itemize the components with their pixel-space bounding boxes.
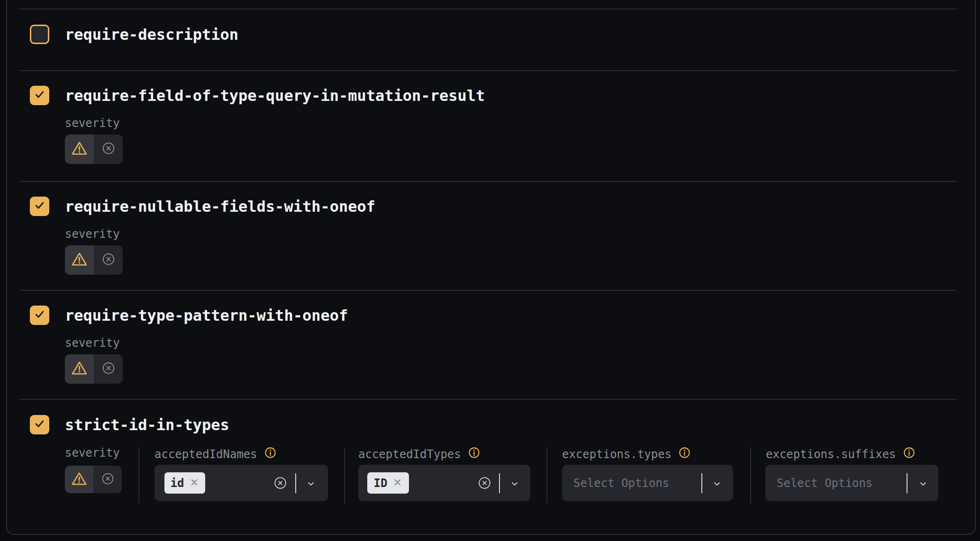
severity-warn-button[interactable] xyxy=(65,354,94,384)
select-separator xyxy=(295,473,296,493)
severity-warn-button[interactable] xyxy=(65,135,94,164)
info-icon[interactable] xyxy=(264,446,277,462)
severity-label: severity xyxy=(65,227,120,241)
select-placeholder: Select Options xyxy=(777,465,872,501)
chevron-down-icon[interactable] xyxy=(509,478,520,489)
row-divider xyxy=(20,181,957,182)
field-label-text: exceptions.types xyxy=(562,448,671,461)
severity-toggle xyxy=(65,466,122,493)
field-label-acceptedIdNames: acceptedIdNames xyxy=(154,446,277,462)
circle-x-icon xyxy=(101,361,116,377)
severity-toggle xyxy=(65,354,123,384)
rules-config-page: require-description require-field-of-typ… xyxy=(0,0,980,541)
field-label-exceptions-types: exceptions.types xyxy=(562,446,691,462)
column-divider xyxy=(344,447,345,503)
chip-id: id xyxy=(164,472,205,494)
checkbox-require-nullable-fields-with-oneof[interactable] xyxy=(30,197,49,216)
column-divider xyxy=(138,447,139,503)
checkbox-require-field-of-type-query-in-mutation-result[interactable] xyxy=(30,86,49,105)
severity-label: severity xyxy=(65,446,120,460)
row-divider xyxy=(20,9,957,9)
circle-x-icon xyxy=(101,141,116,157)
check-icon xyxy=(33,308,46,323)
circle-x-icon xyxy=(101,252,116,268)
chip-remove-icon[interactable] xyxy=(190,478,199,489)
clear-all-icon[interactable] xyxy=(273,476,287,490)
row-divider xyxy=(20,70,957,71)
severity-off-button[interactable] xyxy=(94,245,123,275)
field-label-text: acceptedIdNames xyxy=(154,448,257,461)
field-label-text: acceptedIdTypes xyxy=(358,448,461,461)
clear-all-icon[interactable] xyxy=(478,476,491,490)
row-divider xyxy=(20,290,957,291)
info-icon[interactable] xyxy=(903,446,916,462)
severity-label: severity xyxy=(65,117,120,130)
rule-title: require-nullable-fields-with-oneof xyxy=(65,197,375,216)
severity-off-button[interactable] xyxy=(94,354,123,384)
select-separator xyxy=(701,473,702,493)
select-separator xyxy=(907,473,907,493)
info-icon[interactable] xyxy=(678,446,691,462)
warning-icon xyxy=(71,471,87,488)
severity-toggle xyxy=(65,245,123,275)
severity-warn-button[interactable] xyxy=(65,245,94,275)
column-divider xyxy=(750,447,751,503)
warning-icon xyxy=(71,141,88,158)
rule-title: strict-id-in-types xyxy=(65,415,229,434)
severity-off-button[interactable] xyxy=(93,466,122,493)
select-placeholder: Select Options xyxy=(573,465,669,501)
chevron-down-icon[interactable] xyxy=(917,478,929,489)
severity-off-button[interactable] xyxy=(94,135,123,164)
chip-label: id xyxy=(171,477,184,490)
warning-icon xyxy=(71,361,88,378)
severity-label: severity xyxy=(65,336,120,350)
rule-title: require-type-pattern-with-oneof xyxy=(65,306,348,325)
check-icon xyxy=(33,417,46,432)
chip-label: ID xyxy=(374,477,388,490)
row-divider xyxy=(20,399,957,400)
chip-ID: ID xyxy=(367,472,409,494)
warning-icon xyxy=(71,252,88,269)
circle-x-icon xyxy=(101,472,115,487)
field-label-exceptions-suffixes: exceptions.suffixes xyxy=(766,446,916,462)
info-icon[interactable] xyxy=(468,446,481,462)
field-label-acceptedIdTypes: acceptedIdTypes xyxy=(358,446,481,462)
field-label-text: exceptions.suffixes xyxy=(766,448,896,461)
checkbox-require-description[interactable] xyxy=(30,25,49,44)
chip-remove-icon[interactable] xyxy=(393,478,402,489)
check-icon xyxy=(33,88,46,103)
severity-warn-button[interactable] xyxy=(65,466,93,493)
check-icon xyxy=(33,199,46,214)
checkbox-require-type-pattern-with-oneof[interactable] xyxy=(30,306,49,325)
severity-toggle xyxy=(65,135,123,164)
checkbox-strict-id-in-types[interactable] xyxy=(30,415,49,434)
chevron-down-icon[interactable] xyxy=(711,478,723,489)
column-divider xyxy=(546,447,547,503)
select-separator xyxy=(499,473,500,493)
rule-title: require-description xyxy=(65,25,238,44)
chevron-down-icon[interactable] xyxy=(305,478,317,489)
rule-title: require-field-of-type-query-in-mutation-… xyxy=(65,86,485,105)
